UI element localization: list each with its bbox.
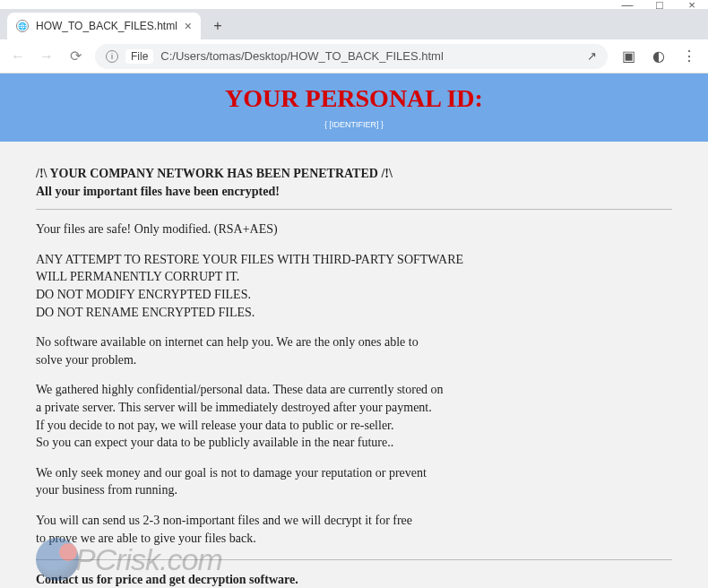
note-p4: We gathered highly confidential/personal… xyxy=(36,381,672,451)
address-bar: ← → ⟳ i File C:/Users/tomas/Desktop/HOW_… xyxy=(0,39,708,74)
warning-line-1: /!\ YOUR COMPANY NETWORK HAS BEEN PENETR… xyxy=(36,165,672,183)
banner-title: YOUR PERSONAL ID: xyxy=(0,84,708,113)
ransom-note: /!\ YOUR COMPANY NETWORK HAS BEEN PENETR… xyxy=(0,142,708,588)
divider-2 xyxy=(36,559,672,560)
window-controls: — □ × xyxy=(0,0,708,9)
menu-icon[interactable]: ⋮ xyxy=(679,47,699,66)
contact-line: Contact us for price and get decryption … xyxy=(36,571,672,588)
url-text: C:/Users/tomas/Desktop/HOW_TO_BACK_FILES… xyxy=(160,49,443,63)
close-window-button[interactable]: × xyxy=(686,0,697,10)
note-p1: Your files are safe! Only modified. (RSA… xyxy=(36,220,672,238)
minimize-button[interactable]: — xyxy=(622,0,633,10)
extensions-icon[interactable]: ▣ xyxy=(618,47,638,66)
share-icon[interactable]: ↗ xyxy=(587,49,597,63)
note-p2: ANY ATTEMPT TO RESTORE YOUR FILES WITH T… xyxy=(36,251,672,321)
site-info-icon[interactable]: i xyxy=(106,50,118,63)
divider xyxy=(36,209,672,210)
profile-icon[interactable]: ◐ xyxy=(649,47,669,66)
banner-identifier: { [IDENTIFIER] } xyxy=(0,120,708,129)
note-p3: No software available on internet can he… xyxy=(36,333,672,368)
url-field[interactable]: i File C:/Users/tomas/Desktop/HOW_TO_BAC… xyxy=(95,44,608,69)
maximize-button[interactable]: □ xyxy=(654,0,665,10)
new-tab-button[interactable]: + xyxy=(206,14,229,38)
back-button[interactable]: ← xyxy=(9,48,27,65)
note-p6: You will can send us 2-3 non-important f… xyxy=(36,512,672,547)
banner: YOUR PERSONAL ID: { [IDENTIFIER] } xyxy=(0,74,708,142)
reload-button[interactable]: ⟳ xyxy=(66,48,84,65)
tab-bar: 🌐 HOW_TO_BACK_FILES.html × + xyxy=(0,9,708,39)
tab-title: HOW_TO_BACK_FILES.html xyxy=(36,20,177,32)
warning-line-2: All your important files have been encry… xyxy=(36,183,672,201)
page-content: YOUR PERSONAL ID: { [IDENTIFIER] } /!\ Y… xyxy=(0,74,708,588)
close-tab-button[interactable]: × xyxy=(185,19,192,33)
browser-tab[interactable]: 🌐 HOW_TO_BACK_FILES.html × xyxy=(7,13,201,39)
globe-icon: 🌐 xyxy=(16,20,29,32)
file-chip: File xyxy=(125,49,153,64)
note-p5: We only seek money and our goal is not t… xyxy=(36,464,672,499)
forward-button[interactable]: → xyxy=(38,48,56,65)
